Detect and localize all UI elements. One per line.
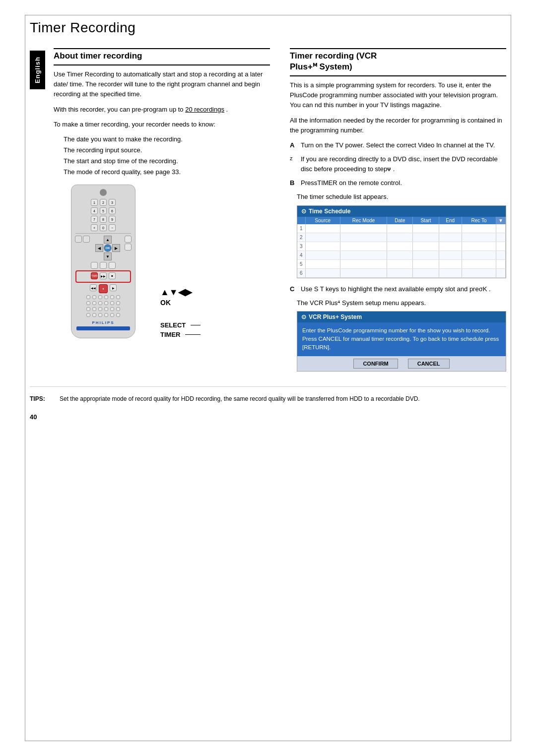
left-para1: Use Timer Recording to automatically sta… [54,69,270,99]
step-a-text: Turn on the TV power. Select the correct… [301,140,506,150]
btn-b2: ▶ [110,284,117,291]
row-1-extra [496,224,506,233]
dpad: ▲ ◀ OK ▶ ▼ [95,236,120,260]
nb19 [86,313,90,317]
row-5-date [387,259,413,268]
remote-body: 1 2 3 4 5 6 7 8 9 [71,185,135,338]
col-recmode: Rec Mode [340,217,387,224]
row-3-end [439,242,462,251]
step-c-letter: C [290,284,297,294]
row-5-end [439,259,462,268]
remote-power-btn [100,189,107,196]
list-item-4: The mode of record quality, see page 33. [64,167,270,177]
nb3 [98,295,102,299]
row-2-end [439,233,462,242]
num-row-1 [75,295,131,299]
table-row: 4 [297,251,506,259]
left-column: About timer recording Use Timer Recordin… [54,48,270,372]
select-label-row: SELECT [160,321,201,329]
row-3-date [387,242,413,251]
step-c: C Use S T keys to highlight the next ava… [290,284,506,294]
nb8 [92,301,96,305]
vcr-plus-buttons: CONFIRM CANCEL [297,356,506,371]
dpad-right: ▶ [112,244,120,252]
left-para2: With this recorder, you can pre-program … [54,105,270,115]
row-5-source [305,259,340,268]
philips-logo: PHILIPS [75,320,131,325]
btn-plus: + [91,224,98,231]
select-timer-labels: SELECT TIMER [160,321,201,338]
left-divider-top [54,48,270,49]
remote-row-misc: + 0 − [75,224,131,231]
timer-schedule-header: Time Schedule [297,206,506,217]
timer-table-body: 1 2 [297,224,506,278]
step-b: B PressTIMER on the remote control. [290,178,506,188]
btn-3: 3 [109,199,116,206]
cancel-button[interactable]: CANCEL [408,359,450,369]
btn-2: 2 [100,199,107,206]
row-2-extra [496,233,506,242]
col-recto: Rec To [462,217,496,224]
vcr-plus-header: VCR Plus+ System [297,312,506,322]
row-1-start [413,224,439,233]
timer-schedule-box: Time Schedule Source Rec Mode Date Start… [297,205,506,278]
left-para2-text: With this recorder, you can pre-program … [54,106,184,113]
page-border-left [25,15,25,741]
row-6-extra [496,268,506,277]
page-border-bottom [25,741,511,741]
tips-text: Set the appropriate mode of record quali… [60,394,420,404]
table-row: 1 [297,224,506,233]
col-scroll: ▼ [496,217,506,224]
nb20 [92,313,96,317]
nb21 [98,313,102,317]
timer-schedule-title: Time Schedule [309,208,350,215]
page-number: 40 [30,413,506,421]
row-3-recto [462,242,496,251]
step-a-letter: A [290,140,297,150]
left-section-heading: About timer recording [54,51,270,65]
columns: About timer recording Use Timer Recordin… [54,48,506,372]
row-3-extra [496,242,506,251]
row-4-start [413,251,439,259]
nb4 [104,295,108,299]
confirm-button[interactable]: CONFIRM [353,359,398,369]
row-6-recmode [340,268,387,277]
row-1-date [387,224,413,233]
remote-row-3: 7 8 9 [75,216,131,223]
vcr-plus-box: VCR Plus+ System Enter the PlusCode prog… [297,311,506,372]
right-section-heading: Timer recording (VCR Plus+ᴹ System) [290,51,506,76]
row-5-recto [462,259,496,268]
btn-minus: − [109,224,116,231]
btn-right-2 [125,244,132,251]
remote-area: 1 2 3 4 5 6 7 8 9 [54,185,270,338]
btn-rec: ● [99,284,108,293]
remote-diagram: 1 2 3 4 5 6 7 8 9 [54,185,153,338]
table-row: 5 [297,259,506,268]
nb23 [110,313,114,317]
nb5 [110,295,114,299]
row-6-end [439,268,462,277]
btn-8: 8 [100,216,107,223]
row-1-num: 1 [297,224,305,233]
step-c-sub: The VCR Plus⁴ System setup menu appears. [297,298,506,308]
main-content: English About timer recording Use Timer … [30,48,506,372]
nb24 [116,313,120,317]
row-4-source [305,251,340,259]
row-1-recmode [340,224,387,233]
col-date: Date [387,217,413,224]
list-item-2: The recording input source. [64,145,270,155]
remote-bottom-row1: ◀◀ ● ▶ [75,284,131,293]
row-3-recmode [340,242,387,251]
table-row: 2 [297,233,506,242]
timer-label-row: TIMER [160,331,201,338]
nb12 [116,301,120,305]
row-6-date [387,268,413,277]
btn-left-2 [83,236,90,243]
step-z-text: If you are recording directly to a DVD d… [301,154,506,174]
row-6-recto [462,268,496,277]
row-2-start [413,233,439,242]
nb14 [92,307,96,311]
timer-label: TIMER [160,331,180,338]
left-para2-end: . [226,106,228,113]
remote-row-2: 4 5 6 [75,207,131,214]
